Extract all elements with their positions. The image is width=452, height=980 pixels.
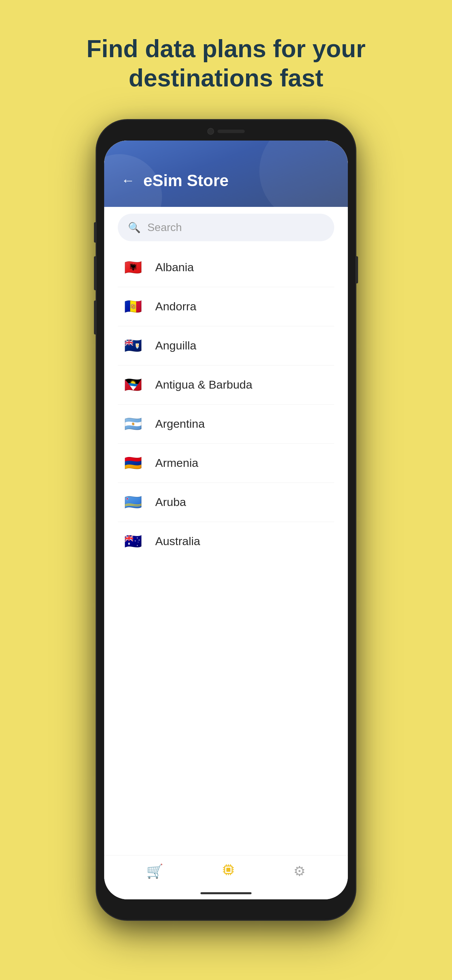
nav-settings[interactable]: ⚙ — [293, 863, 306, 879]
search-placeholder: Search — [147, 221, 182, 234]
volume-down-button — [94, 301, 97, 334]
country-item[interactable]: 🇦🇩Andorra — [118, 287, 334, 326]
app-main: 🔍 Search 🇦🇱Albania🇦🇩Andorra🇦🇮Anguilla🇦🇬A… — [104, 200, 348, 855]
headline-line2: destinations fast — [129, 64, 323, 92]
country-name: Australia — [155, 535, 200, 548]
country-name: Aruba — [155, 495, 186, 509]
home-indicator — [104, 887, 348, 899]
chip-icon — [221, 862, 236, 880]
country-flag: 🇦🇮 — [121, 334, 145, 358]
app-title: eSim Store — [143, 171, 229, 190]
phone-shell: ← eSim Store 🔍 Search 🇦🇱Albania🇦🇩Andorra — [97, 120, 355, 920]
phone-screen: ← eSim Store 🔍 Search 🇦🇱Albania🇦🇩Andorra — [104, 140, 348, 899]
country-item[interactable]: 🇦🇲Armenia — [118, 444, 334, 483]
country-name: Albania — [155, 261, 194, 274]
country-item[interactable]: 🇦🇱Albania — [118, 248, 334, 287]
country-flag: 🇦🇩 — [121, 295, 145, 318]
country-flag: 🇦🇬 — [121, 373, 145, 397]
bottom-nav: 🛒 — [104, 855, 348, 887]
volume-up-button — [94, 256, 97, 290]
cart-icon: 🛒 — [146, 863, 163, 879]
home-bar — [201, 892, 251, 894]
country-flag: 🇦🇱 — [121, 256, 145, 279]
mute-button — [94, 222, 97, 243]
country-flag: 🇦🇷 — [121, 412, 145, 436]
power-button — [355, 256, 358, 283]
country-name: Andorra — [155, 300, 196, 313]
search-icon: 🔍 — [128, 221, 140, 234]
phone-mockup: ← eSim Store 🔍 Search 🇦🇱Albania🇦🇩Andorra — [97, 120, 355, 937]
phone-notch — [192, 126, 260, 137]
nav-cart[interactable]: 🛒 — [146, 863, 163, 879]
country-list: 🇦🇱Albania🇦🇩Andorra🇦🇮Anguilla🇦🇬Antigua & … — [118, 248, 334, 855]
speaker — [218, 130, 245, 133]
country-item[interactable]: 🇦🇬Antigua & Barbuda — [118, 366, 334, 404]
country-flag: 🇦🇼 — [121, 490, 145, 514]
svg-rect-1 — [226, 868, 231, 872]
settings-icon: ⚙ — [293, 863, 306, 879]
page-headline: Find data plans for your destinations fa… — [86, 34, 366, 93]
country-item[interactable]: 🇦🇮Anguilla — [118, 326, 334, 366]
camera — [207, 128, 214, 135]
nav-chip[interactable] — [221, 862, 236, 880]
country-name: Armenia — [155, 456, 199, 469]
headline-line1: Find data plans for your — [86, 35, 366, 62]
country-item[interactable]: 🇦🇷Argentina — [118, 404, 334, 444]
country-flag: 🇦🇲 — [121, 451, 145, 475]
country-item[interactable]: 🇦🇺Australia — [118, 522, 334, 561]
country-name: Anguilla — [155, 339, 196, 352]
app-content: ← eSim Store 🔍 Search 🇦🇱Albania🇦🇩Andorra — [104, 140, 348, 899]
country-name: Antigua & Barbuda — [155, 378, 252, 391]
country-name: Argentina — [155, 417, 205, 430]
country-item[interactable]: 🇦🇼Aruba — [118, 483, 334, 522]
app-header: ← eSim Store — [104, 140, 348, 207]
country-flag: 🇦🇺 — [121, 530, 145, 553]
back-button[interactable]: ← — [121, 173, 135, 188]
search-bar[interactable]: 🔍 Search — [118, 214, 334, 241]
